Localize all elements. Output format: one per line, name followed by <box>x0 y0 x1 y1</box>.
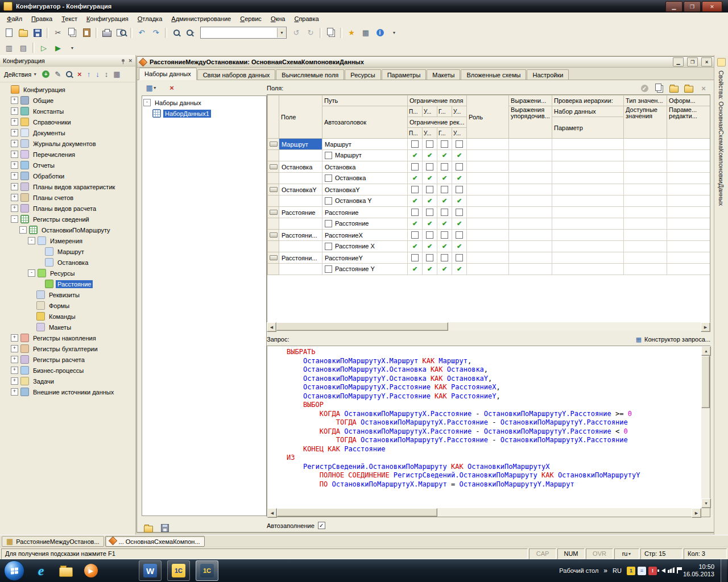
auto-title-checkbox[interactable] <box>325 152 332 159</box>
attr-restriction-check-icon[interactable]: ✔ <box>408 241 423 252</box>
add-icon[interactable]: + <box>40 69 52 80</box>
restriction-col-header[interactable]: Г... <box>437 128 452 139</box>
field-path-cell[interactable]: РасстояниеY <box>322 252 408 264</box>
col-header-autotitle[interactable]: Автозаголовок <box>322 106 408 139</box>
tree-item[interactable]: Расстояние <box>1 278 135 289</box>
info-icon[interactable]: i <box>373 27 387 39</box>
collapse-icon[interactable]: - <box>11 215 18 223</box>
doc-restore-button[interactable]: ❐ <box>687 57 698 66</box>
field-row[interactable]: РасстояниеРасстояние <box>268 207 711 218</box>
num-indicator[interactable]: NUM <box>557 548 585 559</box>
ie-icon[interactable]: e <box>30 560 52 581</box>
attr-restriction-check-icon[interactable]: ✔ <box>437 218 452 230</box>
menu-item-5[interactable]: Администрирование <box>167 14 235 24</box>
restriction-checkbox[interactable] <box>437 252 452 264</box>
attr-restriction-check-icon[interactable]: ✔ <box>452 241 467 252</box>
sort-icon[interactable]: ↕ <box>102 69 111 80</box>
auto-title-cell[interactable]: Расстояние X <box>322 241 408 252</box>
tree-item[interactable]: Остановка <box>1 257 135 268</box>
band-field-restriction[interactable]: Ограничение поля <box>408 95 467 106</box>
delete-icon[interactable]: × <box>75 69 84 80</box>
window-copy-icon[interactable] <box>324 27 338 39</box>
tree-item[interactable]: Макеты <box>1 322 135 332</box>
tree-item[interactable]: +Планы видов расчета <box>1 203 135 214</box>
tree-item[interactable]: +Документы <box>1 127 135 138</box>
attr-restriction-check-icon[interactable]: ✔ <box>452 173 467 184</box>
tree-item[interactable]: +Бизнес-процессы <box>1 365 135 376</box>
redo-icon[interactable]: ↷ <box>149 27 163 39</box>
scroll-track[interactable] <box>277 508 692 517</box>
tree-item[interactable]: Конфигурация <box>1 84 135 95</box>
start-debug-icon[interactable]: ▷ <box>37 41 51 54</box>
expand-icon[interactable]: + <box>11 161 18 169</box>
expand-icon[interactable]: + <box>11 367 18 374</box>
expand-icon[interactable]: + <box>11 172 18 180</box>
scroll-track[interactable] <box>276 322 701 331</box>
attr-restriction-check-icon[interactable]: ✔ <box>408 264 423 275</box>
attr-restriction-check-icon[interactable]: ✔ <box>423 150 437 161</box>
taskbar-clock[interactable]: 10:50 16.05.2013 <box>683 563 715 578</box>
scroll-thumb[interactable] <box>276 322 448 331</box>
attr-restriction-check-icon[interactable]: ✔ <box>437 150 452 161</box>
restriction-checkbox[interactable] <box>452 184 467 196</box>
settings-icon[interactable]: ▦ <box>111 69 122 80</box>
tree-item[interactable]: +Планы счетов <box>1 192 135 203</box>
menu-item-8[interactable]: Справка <box>289 14 323 24</box>
query-text[interactable]: ВЫБРАТЬ ОстановкиПоМаршрутуX.Маршрут КАК… <box>267 346 701 508</box>
doc-minimize-button[interactable]: ▁ <box>673 57 684 66</box>
panel-close-icon[interactable]: ✕ <box>128 58 133 64</box>
tree-item[interactable]: -Регистры сведений <box>1 214 135 225</box>
collapse-icon[interactable]: - <box>19 226 27 234</box>
tab-6[interactable]: Вложенные схемы <box>461 69 526 80</box>
field-row[interactable]: ОстановкаYОстановкаY <box>268 184 711 196</box>
scroll-right-icon[interactable]: ▶ <box>701 322 710 332</box>
check-fields-icon[interactable]: ✓ <box>638 83 651 93</box>
expand-icon[interactable]: + <box>11 151 18 158</box>
tree-item[interactable]: +Планы видов характеристик <box>1 181 135 192</box>
attr-restriction-check-icon[interactable]: ✔ <box>423 264 437 275</box>
auto-title-checkbox[interactable] <box>325 243 332 250</box>
paste-icon[interactable] <box>80 27 93 39</box>
restriction-col-header[interactable]: Г... <box>437 106 452 117</box>
onec-configurator-app-icon[interactable]: 1С <box>196 560 218 581</box>
scroll-right-icon[interactable]: ▶ <box>692 508 701 518</box>
tree-item[interactable]: +Регистры бухгалтерии <box>1 343 135 354</box>
restriction-checkbox[interactable] <box>408 230 423 241</box>
new-file-icon[interactable] <box>2 27 16 39</box>
dataset-item[interactable]: НаборДанных1 <box>143 108 265 119</box>
tree-item[interactable]: -Ресурсы <box>1 268 135 278</box>
attr-restriction-check-icon[interactable]: ✔ <box>408 218 423 230</box>
menu-item-6[interactable]: Сервис <box>235 14 266 24</box>
syntax-check-icon[interactable]: ★ <box>345 27 358 39</box>
field-row[interactable]: ОстановкаОстановка <box>268 161 711 173</box>
restriction-checkbox[interactable] <box>408 161 423 173</box>
save-settings-icon[interactable] <box>158 522 172 534</box>
modules-icon[interactable]: ▦ <box>359 27 373 39</box>
tree-item[interactable]: Команды <box>1 311 135 322</box>
fields-hscrollbar[interactable]: ◀ ▶ <box>267 322 710 331</box>
taskbar-language-indicator[interactable]: RU <box>613 567 622 574</box>
row-grip-icon[interactable] <box>270 232 278 238</box>
attr-restriction-check-icon[interactable]: ✔ <box>452 150 467 161</box>
tab-2[interactable]: Вычисляемые поля <box>276 69 344 80</box>
tree-item[interactable]: Маршрут <box>1 246 135 257</box>
run-icon[interactable]: ▶ <box>51 41 65 54</box>
attr-restriction-check-icon[interactable]: ✔ <box>437 196 452 207</box>
restriction-col-header[interactable]: У... <box>452 128 467 139</box>
expand-icon[interactable]: + <box>11 194 18 201</box>
restriction-checkbox[interactable] <box>452 207 467 218</box>
col-header-role[interactable]: Роль <box>467 95 509 139</box>
attr-restriction-check-icon[interactable]: ✔ <box>437 173 452 184</box>
field-subrow[interactable]: Маршрут✔✔✔✔ <box>268 150 711 161</box>
find-icon[interactable] <box>64 69 75 80</box>
field-path-cell[interactable]: Расстояние <box>322 207 408 218</box>
desktop-toolbar-label[interactable]: Рабочий стол <box>559 567 598 574</box>
scroll-thumb[interactable] <box>277 508 437 517</box>
restriction-checkbox[interactable] <box>437 230 452 241</box>
restriction-checkbox[interactable] <box>437 161 452 173</box>
field-path-cell[interactable]: Остановка <box>322 161 408 173</box>
tree-item[interactable]: +Справочники <box>1 117 135 127</box>
expand-icon[interactable]: + <box>11 345 18 352</box>
restriction-checkbox[interactable] <box>408 139 423 150</box>
start-button[interactable] <box>4 560 24 581</box>
